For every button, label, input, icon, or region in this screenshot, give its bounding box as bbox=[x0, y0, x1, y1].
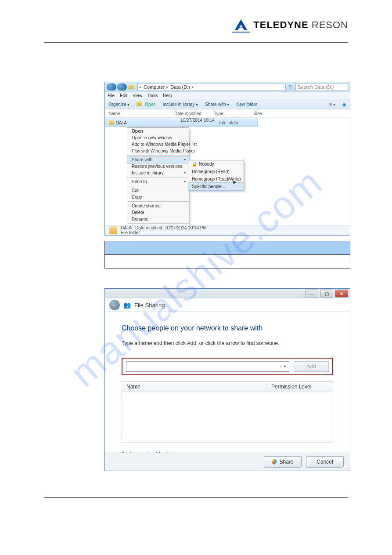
permissions-table: Name Permission Level bbox=[122, 381, 333, 443]
cancel-button-label: Cancel bbox=[316, 459, 333, 465]
file-name: DATA bbox=[116, 120, 180, 125]
refresh-icon[interactable]: ↻ bbox=[288, 84, 294, 90]
menu-file[interactable]: File bbox=[108, 93, 115, 98]
ctx-open-new[interactable]: Open in new window bbox=[127, 134, 189, 141]
menu-edit[interactable]: Edit bbox=[120, 93, 127, 98]
caption-empty-row bbox=[104, 254, 350, 268]
file-date: 10/27/2014 10:14 ... bbox=[180, 118, 219, 127]
nav-buttons[interactable] bbox=[107, 83, 127, 91]
minimize-button[interactable]: — bbox=[305, 290, 318, 297]
file-sharing-dialog: — ▢ ✕ ← 👥 File Sharing Choose people on … bbox=[104, 288, 350, 471]
folder-icon bbox=[109, 120, 114, 125]
ctx-play-wmp[interactable]: Play with Windows Media Player bbox=[127, 148, 189, 154]
dialog-header: ← 👥 File Sharing bbox=[105, 298, 350, 312]
footer-divider bbox=[44, 497, 348, 498]
close-button[interactable]: ✕ bbox=[335, 290, 348, 297]
ctx-shortcut[interactable]: Create shortcut bbox=[127, 203, 189, 209]
ctx-restore[interactable]: Restore previous versions bbox=[127, 163, 189, 170]
file-row-selected[interactable]: DATA 10/27/2014 10:14 ... File folder bbox=[105, 119, 258, 127]
header-divider bbox=[44, 42, 348, 43]
sub-hg-rw[interactable]: Homegroup (Read/Write) bbox=[188, 175, 244, 183]
breadcrumb-drive[interactable]: Data (D:) bbox=[170, 84, 190, 90]
dropdown-arrow-icon[interactable]: ▼ bbox=[281, 365, 289, 369]
breadcrumb-computer[interactable]: Computer bbox=[144, 84, 165, 90]
sub-specific[interactable]: Specific people... bbox=[188, 182, 244, 191]
people-combobox[interactable]: ▼ bbox=[126, 361, 289, 372]
dialog-footer: Share Cancel bbox=[105, 453, 350, 471]
maximize-button[interactable]: ▢ bbox=[320, 290, 333, 297]
menu-view[interactable]: View bbox=[133, 93, 142, 98]
col-name[interactable]: Name bbox=[108, 111, 174, 116]
chevron-right-icon: ▸ bbox=[166, 85, 169, 89]
file-type: File folder bbox=[219, 120, 254, 125]
ctx-rename[interactable]: Rename bbox=[127, 216, 189, 222]
dialog-titlebar: — ▢ ✕ bbox=[105, 289, 350, 298]
view-options-icon[interactable]: ≡ ▾ bbox=[329, 102, 335, 107]
col-perm[interactable]: Permission Level bbox=[267, 384, 333, 390]
ctx-sep bbox=[127, 201, 189, 202]
figure-caption-block bbox=[104, 241, 350, 268]
col-name[interactable]: Name bbox=[122, 384, 267, 390]
help-icon[interactable]: ◉ bbox=[342, 102, 346, 107]
ctx-open[interactable]: Open bbox=[127, 128, 189, 134]
back-button[interactable]: ← bbox=[109, 300, 120, 310]
newfolder-button[interactable]: New folder bbox=[236, 102, 257, 107]
nav-fwd-icon[interactable] bbox=[117, 83, 127, 91]
context-menu: Open Open in new window Add to Windows M… bbox=[127, 127, 189, 232]
menu-bar: File Edit View Tools Help bbox=[105, 92, 350, 99]
explorer-statusbar: DATA Date modified: 10/27/2014 10:14 PM … bbox=[105, 225, 350, 235]
ctx-send-to[interactable]: Send to▸ bbox=[127, 178, 189, 185]
caption-colored-bar bbox=[104, 241, 350, 254]
chevron-right-icon: ▸ bbox=[140, 85, 142, 89]
brand-thin: RESON bbox=[309, 19, 348, 30]
ctx-include[interactable]: Include in library▸ bbox=[127, 170, 189, 176]
ctx-share-with[interactable]: Share with▸ bbox=[127, 156, 189, 163]
people-input[interactable] bbox=[126, 366, 281, 367]
uac-shield-icon bbox=[272, 459, 277, 464]
ctx-add-wmp[interactable]: Add to Windows Media Player list bbox=[127, 141, 189, 148]
brand-name: TELEDYNE RESON bbox=[253, 19, 348, 31]
add-people-highlight: ▼ Add bbox=[122, 358, 333, 375]
sharewith-button[interactable]: Share with ▾ bbox=[205, 102, 229, 107]
nav-back-icon[interactable] bbox=[107, 83, 116, 91]
brand-header: TELEDYNE RESON bbox=[232, 18, 348, 33]
explorer-window: ▸ Computer ▸ Data (D:) ▸ ↻ Search Data (… bbox=[104, 82, 350, 236]
ctx-copy[interactable]: Copy bbox=[127, 194, 189, 200]
command-bar: Organize ▾ Open Include in library ▾ Sha… bbox=[105, 99, 350, 109]
teledyne-logo-icon bbox=[232, 18, 250, 33]
status-meta: Date modified: 10/27/2014 10:14 PM bbox=[135, 225, 207, 230]
ctx-delete[interactable]: Delete bbox=[127, 209, 189, 216]
add-button[interactable]: Add bbox=[294, 361, 329, 372]
cancel-button[interactable]: Cancel bbox=[306, 456, 344, 468]
menu-help[interactable]: Help bbox=[163, 93, 172, 98]
search-input[interactable]: Search Data (D:) bbox=[295, 83, 348, 91]
dialog-title: File Sharing bbox=[134, 302, 165, 308]
chevron-right-icon: ▸ bbox=[184, 170, 186, 174]
ctx-sep bbox=[127, 177, 189, 178]
ctx-cut[interactable]: Cut bbox=[127, 187, 189, 194]
share-button[interactable]: Share bbox=[264, 456, 302, 468]
menu-tools[interactable]: Tools bbox=[147, 93, 158, 98]
chevron-right-icon: ▸ bbox=[184, 157, 186, 161]
people-icon: 👥 bbox=[123, 301, 131, 308]
col-type[interactable]: Type bbox=[214, 111, 253, 116]
col-size[interactable]: Size bbox=[253, 111, 280, 116]
include-button[interactable]: Include in library ▾ bbox=[163, 102, 198, 107]
dialog-description: Type a name and then click Add, or click… bbox=[122, 340, 333, 346]
folder-icon bbox=[129, 85, 134, 89]
permissions-header: Name Permission Level bbox=[122, 382, 333, 392]
organize-button[interactable]: Organize ▾ bbox=[108, 102, 129, 107]
open-button[interactable]: Open bbox=[145, 102, 155, 107]
dialog-content: Choose people on your network to share w… bbox=[105, 312, 350, 463]
col-date[interactable]: Date modified bbox=[174, 111, 214, 116]
sub-nobody[interactable]: 🔒Nobody bbox=[188, 160, 244, 168]
ctx-sep bbox=[127, 155, 189, 156]
breadcrumb-bar[interactable]: ▸ Computer ▸ Data (D:) ▸ bbox=[137, 83, 286, 91]
column-headers: Name Date modified Type Size bbox=[105, 109, 350, 118]
share-button-label: Share bbox=[279, 459, 293, 465]
folder-icon bbox=[109, 226, 117, 234]
sub-hg-read[interactable]: Homegroup (Read) bbox=[188, 168, 244, 175]
share-submenu: 🔒Nobody Homegroup (Read) Homegroup (Read… bbox=[188, 160, 244, 191]
status-name: DATA bbox=[121, 225, 132, 230]
chevron-right-icon: ▸ bbox=[184, 179, 186, 183]
